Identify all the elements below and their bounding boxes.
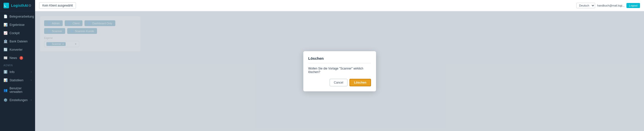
logout-button[interactable]: Logout [626,3,640,8]
cockpit-icon: 📈 [4,31,8,35]
main-content: Kein Klient ausgewählt Deutsch handbuch@… [35,0,644,131]
sidebar-label-info: Info [10,70,15,74]
ergebnisse-icon: 📊 [4,23,8,27]
sidebar-item-konverter[interactable]: 🔄 Konverter [0,45,35,54]
sidebar-label-statistiken: Statistiken [10,79,23,82]
sidebar-label-einstellungen: Einstellungen [10,98,28,102]
belegverarbeitung-icon: 📄 [4,15,8,18]
client-selector-button[interactable]: Kein Klient ausgewählt [39,2,76,9]
sidebar-item-bank-dateien[interactable]: 🏦 Bank Dateien [0,37,35,45]
sidebar-item-cockpit[interactable]: 📈 Cockpit [0,29,35,37]
modal-title: Löschen [308,56,371,63]
logo-text: LogisthAI [11,4,28,8]
sidebar-nav: 📄 Belegverarbeitung 📊 Ergebnisse 📈 Cockp… [0,11,35,131]
modal-overlay: Löschen Wollen Sie die Vorlage "Scanner"… [35,11,644,131]
news-icon: 📰 [4,56,8,60]
statistiken-icon: 📊 [4,78,8,82]
info-icon: ℹ️ [4,70,8,74]
benutzer-icon: 👥 [4,88,8,92]
sidebar: L LogisthAI ⚙ 📄 Belegverarbeitung 📊 Erge… [0,0,35,131]
sidebar-item-ergebnisse[interactable]: 📊 Ergebnisse [0,21,35,29]
page-area: 👤 Admin 👤 Client 👤 Dashboard Only 👤 Scan… [35,11,644,131]
modal-body: Wollen Sie die Vorlage "Scanner" wirklic… [308,67,371,74]
cancel-button[interactable]: Cancel [330,79,347,86]
einstellungen-icon: ⚙️ [4,98,8,102]
sidebar-label-bank-dateien: Bank Dateien [10,40,28,43]
sidebar-label-news: News [10,56,17,60]
sidebar-label-ergebnisse: Ergebnisse [10,23,25,27]
admin-section-label: ADMIN [0,62,35,68]
sidebar-label-belegverarbeitung: Belegverarbeitung [10,15,34,18]
sidebar-item-news[interactable]: 📰 News 7 [0,54,35,62]
modal-footer: Cancel Löschen [308,79,371,86]
sidebar-label-benutzer-verwalten: Benutzer verwalten [10,87,32,94]
sidebar-label-cockpit: Cockpit [10,31,20,35]
bank-icon: 🏦 [4,39,8,43]
konverter-icon: 🔄 [4,48,8,51]
header-right: Deutsch handbuch@mail.logi... Logout [576,3,640,8]
delete-modal: Löschen Wollen Sie die Vorlage "Scanner"… [303,51,376,91]
sidebar-item-belegverarbeitung[interactable]: 📄 Belegverarbeitung [0,12,35,21]
news-badge: 7 [20,56,23,60]
logo-icon: L [4,2,9,9]
language-select[interactable]: Deutsch [576,3,595,8]
sidebar-logo: L LogisthAI ⚙ [0,0,35,11]
confirm-delete-button[interactable]: Löschen [349,79,371,86]
sidebar-item-statistiken[interactable]: 📊 Statistiken › [0,76,35,84]
header: Kein Klient ausgewählt Deutsch handbuch@… [35,0,644,11]
sidebar-item-info[interactable]: ℹ️ Info › [0,68,35,76]
svg-text:L: L [4,4,6,8]
info-arrow-icon: › [31,71,32,73]
sidebar-item-benutzer-verwalten[interactable]: 👥 Benutzer verwalten [0,84,35,96]
einstellungen-arrow-icon: › [31,99,32,101]
sidebar-label-konverter: Konverter [10,48,23,51]
settings-icon[interactable]: ⚙ [28,4,32,8]
sidebar-item-einstellungen[interactable]: ⚙️ Einstellungen › [0,96,35,104]
user-email: handbuch@mail.logi... [597,4,624,7]
statistiken-arrow-icon: › [31,79,32,82]
